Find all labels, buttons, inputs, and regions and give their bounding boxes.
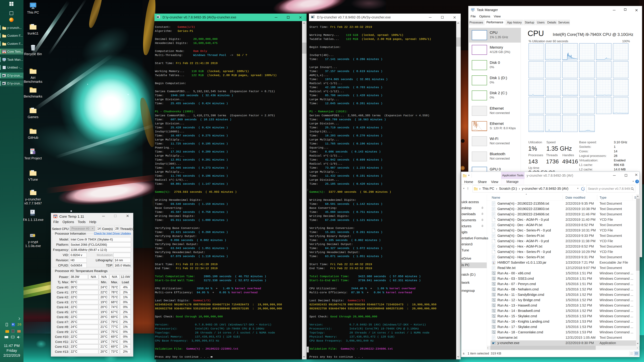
svg-text:?: ? bbox=[31, 211, 33, 213]
svg-text:1101: 1101 bbox=[31, 214, 34, 216]
